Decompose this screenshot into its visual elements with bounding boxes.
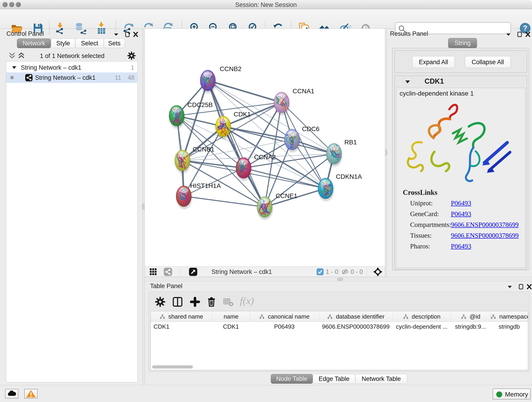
node-label-ccnb2: CCNB2 xyxy=(220,65,241,72)
crosslink-tissues-link[interactable]: 9606.ENSP00000378699 xyxy=(451,232,532,239)
column-header-id[interactable]: @id xyxy=(451,311,491,322)
tab-node-table[interactable]: Node Table xyxy=(271,374,313,384)
protein-collapse-icon[interactable] xyxy=(405,80,410,84)
crosslink-compartments-link[interactable]: 9606.ENSP00000378699 xyxy=(451,221,532,229)
column-label: canonical name xyxy=(268,313,310,320)
horizontal-splitter-grip[interactable] xyxy=(337,278,343,281)
expand-all-button[interactable]: Expand All xyxy=(412,56,455,68)
crosslink-row: Tissues: 9606.ENSP00000378699 xyxy=(410,232,432,239)
column-label: @id xyxy=(470,313,481,320)
cell-id[interactable]: stringdb:9... xyxy=(451,322,491,332)
node-table: shared name name canonical name database… xyxy=(151,311,528,370)
column-header-namespace[interactable]: namespace xyxy=(491,311,528,322)
detach-view-icon[interactable] xyxy=(189,268,197,276)
birds-eye-toggle-icon[interactable] xyxy=(164,268,172,276)
column-header-description[interactable]: description xyxy=(393,311,451,322)
crosslink-label: Pharos: xyxy=(410,242,430,250)
memory-button[interactable]: Memory xyxy=(493,389,531,400)
column-label: namespace xyxy=(499,313,528,320)
table-panel: Table Panel xyxy=(145,281,532,385)
control-panel-menu-icon[interactable] xyxy=(113,32,120,37)
table-row[interactable]: CDK1 CDK1 P06493 9606.ENSP00000378699 cy… xyxy=(151,322,528,332)
cell-name[interactable]: CDK1 xyxy=(212,322,250,332)
show-columns-icon[interactable] xyxy=(172,297,183,307)
crosslink-label: Tissues: xyxy=(410,232,432,239)
cell-database-identifier[interactable]: 9606.ENSP00000378699 xyxy=(319,322,393,332)
collapse-all-button[interactable]: Collapse All xyxy=(465,56,511,68)
center-view-crosshair-icon[interactable] xyxy=(373,267,382,276)
network-canvas[interactable]: CCNB2CCNA1CDC25BCDK1CDC6RB1CCNB1CCNA2CDK… xyxy=(145,29,385,266)
table-settings-gear-icon[interactable] xyxy=(155,297,165,307)
column-type-icon xyxy=(491,314,496,319)
node-label-ccna1: CCNA1 xyxy=(293,88,314,95)
warnings-button[interactable] xyxy=(24,389,38,399)
crosslink-label: Compartments: xyxy=(410,221,451,228)
horizontal-scrollbar[interactable] xyxy=(152,365,193,369)
tab-network[interactable]: Network xyxy=(17,38,51,48)
crosslink-pharos-link[interactable]: P06493 xyxy=(451,242,526,250)
network-tree: String Network – cdk1 1 String Network –… xyxy=(6,61,138,382)
crosslink-label: Uniprot: xyxy=(410,199,433,207)
table-panel-close-icon[interactable] xyxy=(526,284,532,290)
column-header-shared-name[interactable]: shared name xyxy=(151,311,212,322)
column-header-name[interactable]: name xyxy=(212,311,250,322)
control-panel-close-icon[interactable] xyxy=(132,32,139,37)
cell-canonical-name[interactable]: P06493 xyxy=(250,322,319,332)
netbar-separator xyxy=(339,268,339,275)
control-panel-float-icon[interactable] xyxy=(124,32,131,37)
column-header-database-identifier[interactable]: database identifier xyxy=(319,311,393,322)
network-row-selected[interactable]: String Network – cdk1 11 48 xyxy=(6,72,138,83)
results-panel-float-icon[interactable] xyxy=(516,32,523,37)
collection-expand-icon[interactable] xyxy=(12,65,17,70)
tab-sets[interactable]: Sets xyxy=(104,38,125,48)
column-header-canonical-name[interactable]: canonical name xyxy=(250,311,319,322)
status-bar: Memory xyxy=(0,385,532,402)
control-panel: Control Panel Network Style Select Sets … xyxy=(2,29,143,385)
memory-label: Memory xyxy=(505,391,528,398)
crosslinks-heading: CrossLinks xyxy=(403,188,437,197)
table-panel-float-icon[interactable] xyxy=(518,284,525,290)
cloud-status-button[interactable] xyxy=(5,389,18,399)
crosslink-row: Compartments: 9606.ENSP00000378699 xyxy=(410,221,451,229)
cell-shared-name[interactable]: CDK1 xyxy=(151,322,212,332)
delete-column-icon[interactable] xyxy=(206,297,216,307)
crosslink-uniprot-link[interactable]: P06493 xyxy=(451,199,526,207)
expand-all-label: Expand All xyxy=(419,59,448,65)
hidden-eye-slash-icon xyxy=(341,268,349,275)
node-label-cdk1: CDK1 xyxy=(234,111,251,118)
hidden-node-edge-counts: 0 - 0 xyxy=(351,268,363,275)
collection-label: String Network – cdk1 xyxy=(21,63,81,72)
column-type-icon xyxy=(461,314,466,319)
network-view-toolbar: String Network – cdk1 1 - 0 0 - 0 xyxy=(145,266,385,277)
tab-network-table[interactable]: Network Table xyxy=(355,374,407,384)
tab-edge-table[interactable]: Edge Table xyxy=(313,374,355,384)
selected-checkbox-icon[interactable] xyxy=(317,268,323,275)
network-collection-row[interactable]: String Network – cdk1 1 xyxy=(6,63,138,72)
current-network-dot xyxy=(10,76,14,79)
crosslink-genecard-link[interactable]: P06493 xyxy=(451,210,526,218)
table-panel-menu-icon[interactable] xyxy=(506,284,513,290)
cell-namespace[interactable]: stringdb xyxy=(491,322,528,332)
grid-view-icon[interactable] xyxy=(149,268,157,276)
network-view-title: String Network – cdk1 xyxy=(211,268,272,275)
warning-icon xyxy=(25,389,37,398)
add-column-icon[interactable] xyxy=(190,297,200,307)
node-label-ccna2: CCNA2 xyxy=(254,153,276,161)
tab-style[interactable]: Style xyxy=(51,38,75,48)
column-label: database identifier xyxy=(336,313,385,320)
node-label-rb1: RB1 xyxy=(344,139,357,146)
node-label-cdc25b: CDC25B xyxy=(187,101,213,108)
network-options-gear-icon[interactable] xyxy=(127,51,136,60)
cell-description[interactable]: cyclin-dependent ... xyxy=(393,322,451,332)
results-panel-menu-icon[interactable] xyxy=(505,32,512,37)
column-type-icon xyxy=(259,314,264,319)
tab-select[interactable]: Select xyxy=(75,38,104,48)
tab-string[interactable]: String xyxy=(448,38,477,48)
node-label-ccnb1: CCNB1 xyxy=(193,146,215,153)
table-panel-body: f(x) shared name name canonical name xyxy=(148,292,530,372)
results-panel-close-icon[interactable] xyxy=(525,32,531,37)
cloud-icon xyxy=(6,389,18,398)
network-graph[interactable]: CCNB2CCNA1CDC25BCDK1CDC6RB1CCNB1CCNA2CDK… xyxy=(145,29,385,266)
results-panel-title: Results Panel xyxy=(390,30,428,37)
protein-name: CDK1 xyxy=(424,77,444,85)
